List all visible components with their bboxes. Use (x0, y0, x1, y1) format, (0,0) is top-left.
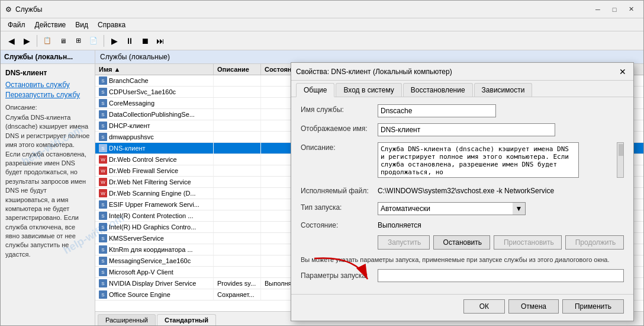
toolbar-btn-3[interactable]: ⊞ (71, 34, 85, 48)
left-panel-header: Службы (локальн... (1, 50, 95, 64)
row-name: S NVIDIA Display Driver Service (95, 278, 214, 289)
service-icon: S (99, 144, 107, 152)
dialog-footer: ОК Отмена Применить (291, 294, 633, 321)
stop-service-link[interactable]: Остановить службу (5, 81, 90, 89)
service-icon: S (99, 88, 107, 96)
row-name: W Dr.Web Net Filtering Service (95, 177, 214, 187)
status-row: Состояние: Выполняется (301, 221, 624, 229)
startup-select-container: Автоматически Вручную Отключена ▼ (378, 202, 526, 215)
svg-text:S: S (101, 78, 104, 84)
toolbar: ◀ ▶ 📋 🖥 ⊞ 📄 ▶ ⏸ ⏹ ⏭ (1, 31, 643, 50)
service-icon: S (99, 290, 107, 299)
menu-help[interactable]: Справка (93, 20, 130, 30)
display-name-input[interactable] (378, 123, 555, 136)
forward-button[interactable]: ▶ (20, 34, 34, 48)
ok-button[interactable]: ОК (463, 299, 505, 314)
display-name-label: Отображаемое имя: (301, 123, 378, 133)
toolbar-btn-8[interactable]: ⏭ (153, 34, 168, 48)
col-desc[interactable]: Описание (214, 64, 261, 75)
title-bar-controls: ─ □ ✕ (590, 4, 639, 15)
dialog-tabs: Общие Вход в систему Восстановление Зави… (291, 81, 633, 97)
start-button[interactable]: Запустить (378, 235, 430, 250)
svg-text:W: W (101, 191, 105, 196)
continue-button[interactable]: Продолжить (565, 235, 624, 250)
toolbar-separator-1 (37, 35, 37, 47)
display-name-value (378, 123, 624, 136)
svg-text:S: S (101, 112, 104, 117)
service-icon: W (99, 155, 107, 164)
left-panel-body: DNS-клиент Остановить службу Перезапусти… (1, 64, 95, 325)
toolbar-btn-6[interactable]: ⏸ (123, 34, 137, 48)
row-name: S BranchCache (95, 75, 214, 86)
service-description-text: Служба DNS-клиента (dnscache) кэширует и… (5, 113, 90, 259)
maximize-button[interactable]: □ (607, 4, 622, 15)
close-button[interactable]: ✕ (623, 4, 639, 15)
status-value: Выполняется (378, 221, 421, 229)
toolbar-separator-2 (104, 35, 104, 47)
row-name: S KMSServerService (95, 233, 214, 244)
svg-text:W: W (101, 157, 105, 162)
dialog-tab-logon[interactable]: Вход в систему (336, 83, 401, 97)
dialog-tab-recovery[interactable]: Восстановление (403, 83, 473, 97)
dialog-title: Свойства: DNS-клиент (Локальный компьюте… (296, 68, 452, 76)
startup-select[interactable]: Автоматически Вручную Отключена (378, 202, 526, 215)
service-icon: S (99, 223, 107, 231)
control-buttons-row: Запустить Остановить Приостановить Продо… (378, 235, 624, 250)
display-name-row: Отображаемое имя: (301, 123, 624, 136)
tab-extended[interactable]: Расширенный (98, 314, 156, 325)
svg-text:S: S (101, 247, 104, 253)
svg-text:S: S (101, 270, 104, 275)
cancel-button[interactable]: Отмена (508, 299, 559, 314)
apply-button[interactable]: Применить (562, 299, 624, 314)
toolbar-btn-5[interactable]: ▶ (107, 34, 121, 48)
menu-action[interactable]: Действие (30, 20, 71, 30)
service-icon: S (99, 212, 107, 220)
col-name[interactable]: Имя ▲ (95, 64, 214, 75)
startup-row: Тип запуска: Автоматически Вручную Отклю… (301, 202, 624, 215)
menu-file[interactable]: Файл (3, 20, 30, 30)
row-name: S DHCP-клиент (95, 120, 214, 131)
row-name-dns: S DNS-клиент (95, 143, 214, 154)
executable-value: C:\WINDOWS\system32\svchost.exe -k Netwo… (378, 186, 624, 196)
description-field-label: Описание: (301, 142, 378, 152)
svg-text:S: S (101, 101, 104, 106)
dialog-tab-dependencies[interactable]: Зависимости (474, 83, 533, 97)
content-area: Службы (локальн... DNS-клиент Остановить… (1, 50, 643, 325)
main-window: ⚙ Службы ─ □ ✕ Файл Действие Вид Справка… (0, 0, 644, 326)
toolbar-btn-4[interactable]: 📄 (86, 34, 101, 48)
menu-view[interactable]: Вид (70, 20, 93, 30)
row-name: S Microsoft App-V Client (95, 267, 214, 277)
minimize-button[interactable]: ─ (590, 4, 606, 15)
scrollbar-thumb (619, 144, 623, 156)
svg-text:W: W (101, 180, 105, 185)
textarea-scrollbar[interactable] (617, 142, 624, 178)
dialog-close-button[interactable]: ✕ (617, 66, 629, 77)
pause-button[interactable]: Приостановить (494, 235, 562, 250)
stop-button[interactable]: Остановить (433, 235, 490, 250)
description-textarea[interactable]: Служба DNS-клиента (dnscache) кэширует и… (378, 142, 579, 178)
left-panel: Службы (локальн... DNS-клиент Остановить… (1, 50, 95, 325)
toolbar-btn-2[interactable]: 🖥 (56, 34, 70, 48)
dialog-tab-general[interactable]: Общие (296, 83, 334, 97)
restart-service-link[interactable]: Перезапустить службу (5, 91, 90, 99)
toolbar-btn-7[interactable]: ⏹ (138, 34, 152, 48)
service-icon: S (99, 76, 107, 85)
toolbar-btn-1[interactable]: 📋 (40, 34, 54, 48)
service-icon: S (99, 200, 107, 209)
service-icon: S (99, 234, 107, 242)
tab-standard[interactable]: Стандартный (157, 314, 216, 325)
svg-text:S: S (101, 225, 104, 230)
row-name: W Dr.Web Scanning Engine (D... (95, 188, 214, 199)
row-name: S Intel(R) HD Graphics Contro... (95, 222, 214, 232)
description-label: Описание: (5, 104, 90, 111)
executable-row: Исполняемый файл: C:\WINDOWS\system32\sv… (301, 186, 624, 196)
svg-text:S: S (101, 236, 104, 241)
params-input[interactable] (378, 269, 624, 282)
svg-text:S: S (101, 213, 104, 219)
back-button[interactable]: ◀ (4, 34, 18, 48)
properties-dialog: Свойства: DNS-клиент (Локальный компьюте… (291, 62, 634, 321)
window-title: Службы (15, 5, 42, 14)
service-name-input[interactable] (378, 104, 496, 117)
row-name: S Office Source Engine (95, 289, 214, 300)
service-icon: S (99, 133, 107, 141)
